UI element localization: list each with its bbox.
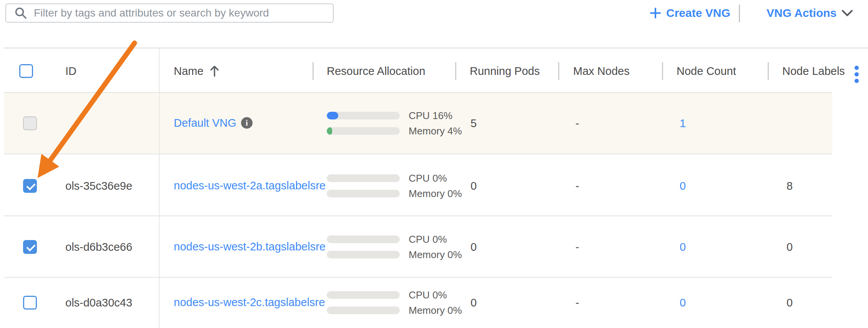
header-separator: [662, 62, 663, 80]
cpu-usage-bar: [327, 174, 400, 182]
max-nodes-value: -: [575, 240, 579, 254]
column-header-node-labels[interactable]: Node Labels: [782, 64, 845, 78]
vng-name-link[interactable]: nodes-us-west-2c.tagslabelsre: [174, 295, 325, 309]
header-separator: [768, 62, 769, 80]
max-nodes-value: -: [575, 116, 579, 130]
header-separator: [313, 62, 314, 80]
select-all-checkbox[interactable]: [19, 64, 33, 78]
kebab-menu-icon[interactable]: [855, 66, 859, 83]
vng-id: ols-35c36e9e: [65, 179, 132, 193]
column-header-resource-allocation[interactable]: Resource Allocation: [327, 64, 425, 78]
search-placeholder: Filter by tags and attributes or search …: [34, 7, 269, 19]
header-separator: [558, 62, 559, 80]
vng-list-page: Filter by tags and attributes or search …: [0, 0, 868, 328]
cpu-usage-label: CPU 0%: [409, 288, 447, 302]
node-count-link[interactable]: 0: [680, 179, 686, 193]
table-row: ols-35c36e9e nodes-us-west-2a.tagslabels…: [4, 154, 832, 216]
cpu-usage-label: CPU 0%: [409, 232, 447, 246]
vng-name-link[interactable]: nodes-us-west-2b.tagslabelsre: [174, 240, 326, 253]
search-icon: [15, 7, 27, 19]
node-labels-value: 0: [787, 240, 793, 254]
table-row: ols-d0a30c43 nodes-us-west-2c.tagslabels…: [4, 278, 832, 328]
memory-usage-label: Memory 0%: [409, 248, 462, 262]
toolbar: Create VNG VNG Actions: [638, 3, 868, 23]
memory-usage-label: Memory 0%: [409, 187, 462, 200]
running-pods-value: 5: [471, 116, 477, 130]
table-top-border: [4, 48, 868, 48]
node-labels-value: 0: [787, 296, 793, 310]
max-nodes-value: -: [575, 179, 579, 193]
table-row: Default VNG i CPU 16% Memory 4% 5 - 1: [4, 93, 832, 154]
memory-usage-bar: [327, 306, 400, 314]
vng-id: ols-d6b3ce66: [65, 240, 132, 254]
cpu-usage-bar: [327, 291, 400, 299]
column-header-max-nodes[interactable]: Max Nodes: [573, 64, 630, 78]
node-labels-value: 8: [787, 179, 793, 193]
column-divider: [159, 48, 160, 328]
row-checkbox: [23, 116, 37, 130]
memory-usage-label: Memory 4%: [409, 124, 462, 138]
column-header-id[interactable]: ID: [65, 64, 76, 78]
memory-usage-bar: [327, 190, 400, 197]
chevron-down-icon: [841, 9, 853, 17]
running-pods-value: 0: [471, 240, 477, 254]
row-checkbox[interactable]: [23, 296, 37, 310]
header-separator: [455, 62, 456, 80]
memory-usage-bar: [327, 251, 400, 258]
column-header-running-pods[interactable]: Running Pods: [470, 64, 540, 78]
cpu-usage-label: CPU 16%: [409, 109, 452, 123]
node-count-link[interactable]: 1: [680, 116, 686, 130]
cpu-usage-label: CPU 0%: [409, 171, 447, 185]
vng-name-link[interactable]: Default VNG: [174, 116, 236, 130]
row-checkbox[interactable]: [23, 240, 37, 254]
sort-arrow-up-icon[interactable]: [210, 65, 219, 77]
column-header-node-count[interactable]: Node Count: [677, 64, 736, 78]
node-count-link[interactable]: 0: [680, 296, 686, 310]
create-vng-button[interactable]: Create VNG: [650, 7, 730, 20]
vng-actions-button[interactable]: VNG Actions: [767, 7, 853, 20]
vng-name-link[interactable]: nodes-us-west-2a.tagslabelsre: [174, 179, 326, 192]
create-vng-label: Create VNG: [666, 7, 730, 20]
column-header-name[interactable]: Name: [174, 64, 203, 78]
running-pods-value: 0: [471, 296, 477, 310]
filter-search-input[interactable]: Filter by tags and attributes or search …: [5, 3, 334, 23]
info-icon[interactable]: i: [241, 117, 253, 129]
toolbar-divider: [739, 5, 740, 22]
row-checkbox[interactable]: [23, 179, 37, 193]
table-row: ols-d6b3ce66 nodes-us-west-2b.tagslabels…: [4, 216, 832, 278]
plus-icon: [650, 7, 661, 19]
memory-usage-label: Memory 0%: [409, 303, 462, 317]
cpu-usage-bar: [327, 235, 400, 243]
max-nodes-value: -: [575, 296, 579, 310]
vng-actions-label: VNG Actions: [767, 7, 836, 20]
memory-usage-bar: [327, 127, 400, 135]
cpu-usage-bar: [327, 112, 400, 119]
vng-id: ols-d0a30c43: [65, 296, 132, 310]
running-pods-value: 0: [471, 179, 477, 193]
node-count-link[interactable]: 0: [680, 240, 686, 254]
